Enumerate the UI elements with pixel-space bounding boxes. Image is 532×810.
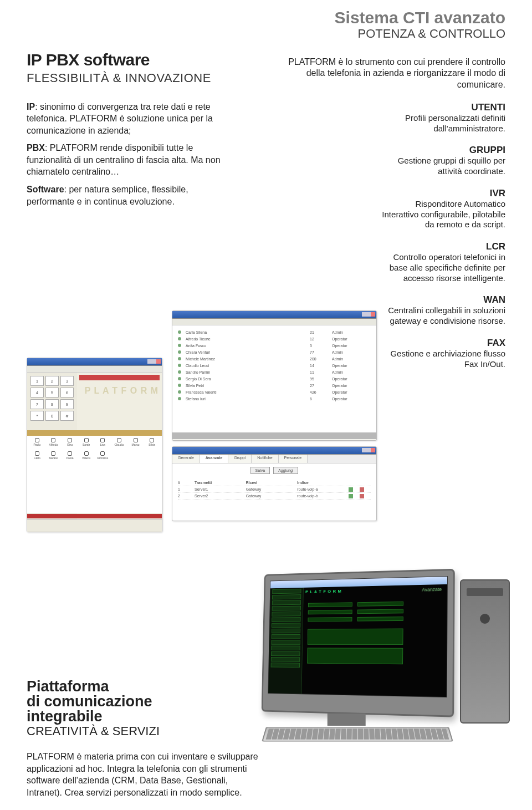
right-subtitle: POTENZA & CONTROLLO [267, 27, 505, 41]
extension-cell[interactable]: Riccardo [95, 451, 111, 463]
user-name: Alfredo Ticone [186, 337, 310, 341]
tab-personale[interactable]: Personale [279, 455, 308, 463]
left-subtitle: FLESSIBILITÀ & INNOVAZIONE [27, 71, 237, 85]
monitor-stand [328, 714, 366, 726]
dialpad-key[interactable]: # [60, 411, 74, 421]
feature-desc: Gestione gruppi di squillo per attività … [398, 156, 505, 176]
dialpad-key[interactable]: 3 [60, 376, 74, 386]
feature-desc: Gestione e archiviazione flusso Fax In/O… [390, 349, 505, 369]
pbx-label: PBX [27, 143, 45, 152]
user-role: Operator [332, 364, 371, 368]
screen-sidebar-row [272, 617, 300, 622]
dialpad-key[interactable]: 1 [30, 376, 44, 386]
screen-sidebar-row [272, 612, 300, 617]
dialpad-key[interactable]: 8 [45, 399, 59, 409]
right-intro-text: PLATFORM è lo strumento con cui prendere… [267, 57, 505, 91]
edit-icon[interactable] [349, 487, 353, 492]
add-button[interactable]: Aggiungi [273, 467, 298, 474]
extension-grid: PaoloAlfredoGinoSarahLisaClaudioMarcoSil… [27, 436, 162, 513]
edit-icon[interactable] [349, 494, 353, 498]
screen-sidebar-row [271, 663, 300, 668]
extension-name: Stefano [49, 456, 58, 460]
extension-cell[interactable]: Carlo [29, 451, 45, 463]
extension-cell[interactable]: Sarah [79, 438, 94, 450]
extension-status-icon [84, 438, 89, 442]
user-role: Operator [332, 384, 371, 388]
feature-desc: Profili personalizzati definiti dall'amm… [405, 113, 505, 133]
user-num: 426 [310, 390, 332, 394]
feature-block: FAXGestione e archiviazione flusso Fax I… [378, 338, 505, 370]
delete-icon[interactable] [360, 487, 364, 492]
col-header: Indice [297, 481, 349, 485]
computer-tower [460, 579, 510, 724]
user-role: Admin [332, 330, 371, 334]
extension-status-icon [35, 451, 39, 456]
feature-label: UTENTI [378, 102, 505, 113]
extension-name: Sarah [83, 443, 90, 446]
status-dot-icon [178, 330, 181, 334]
dialpad-key[interactable]: 7 [30, 399, 44, 409]
extension-cell[interactable]: Silvia [144, 438, 160, 450]
extension-cell[interactable]: Paolo [29, 438, 45, 450]
dialpad-key[interactable]: 9 [60, 399, 74, 409]
feature-label: FAX [378, 338, 505, 349]
tab-gruppi[interactable]: Gruppi [228, 455, 252, 463]
status-dot-icon [178, 370, 181, 374]
extension-cell[interactable]: Stefano [46, 451, 62, 463]
extension-status-icon [134, 438, 138, 442]
screen-sidebar-row [272, 594, 301, 599]
dialpad-key[interactable]: 4 [30, 388, 44, 398]
dialpad-key[interactable]: * [30, 411, 44, 421]
col-header: Ricevi [246, 481, 298, 485]
user-row: Carla Silena21Admin [178, 329, 371, 335]
col-header: Trasmetti [195, 481, 246, 485]
status-dot-icon [178, 384, 181, 387]
extension-status-icon [100, 438, 105, 442]
dialpad-key[interactable]: 2 [45, 376, 59, 386]
tab-notifiche[interactable]: Notifiche [252, 455, 278, 463]
dialpad-key[interactable]: 6 [60, 388, 74, 398]
extension-cell[interactable]: Paola [62, 451, 78, 463]
user-num: 21 [310, 330, 332, 334]
bottom-title-1: Piattaforma [27, 679, 265, 694]
user-name: Silvia Petri [186, 384, 310, 388]
extension-cell[interactable]: Valerio [79, 451, 94, 463]
status-dot-icon [178, 364, 181, 367]
extension-name: Valerio [82, 456, 90, 460]
settings-row: 1Server1Gatewayroute-voip-a [178, 486, 371, 493]
screenshot-client: 123456789*0# P L A T F O R M PaoloAlfred… [27, 358, 162, 532]
monitor-screen: P L A T F O R M Avanzate [268, 576, 448, 697]
user-num: 77 [310, 350, 332, 354]
sw-label: Software [27, 185, 64, 194]
user-num: 95 [310, 377, 332, 381]
tab-avanzate[interactable]: Avanzate [200, 455, 228, 463]
feature-label: LCR [378, 241, 505, 252]
user-row: Stefano Iuri6Operator [178, 395, 371, 402]
ip-label: IP [27, 102, 35, 111]
window-titlebar [172, 447, 376, 455]
extension-cell[interactable]: Marco [128, 438, 144, 450]
dialpad-key[interactable]: 5 [45, 388, 59, 398]
user-num: 11 [310, 370, 332, 374]
extension-cell[interactable]: Lisa [95, 438, 111, 450]
extension-status-icon [100, 451, 105, 456]
extension-cell[interactable]: Gino [62, 438, 78, 450]
save-button[interactable]: Salva [250, 467, 270, 474]
screenshot-settings: GeneraleAvanzateGruppiNotifichePersonale… [172, 446, 377, 521]
extension-name: Riccardo [97, 456, 108, 460]
left-title: IP PBX software [27, 51, 237, 69]
user-num: 6 [310, 397, 332, 401]
screen-sidebar-row [271, 651, 300, 656]
status-dot-icon [178, 390, 181, 394]
window-statusbar [27, 519, 162, 532]
delete-icon[interactable] [360, 494, 364, 498]
user-list: Carla Silena21AdminAlfredo Ticone12Opera… [172, 325, 376, 432]
extension-cell[interactable]: Alfredo [46, 438, 62, 450]
dialpad-key[interactable]: 0 [45, 411, 59, 421]
extension-cell[interactable]: Claudio [111, 438, 127, 450]
tab-generale[interactable]: Generale [172, 455, 200, 463]
bottom-bar-red [27, 514, 162, 518]
user-name: Sergio Di Sera [186, 377, 310, 381]
extension-status-icon [150, 438, 154, 442]
user-role: Operator [332, 344, 371, 348]
